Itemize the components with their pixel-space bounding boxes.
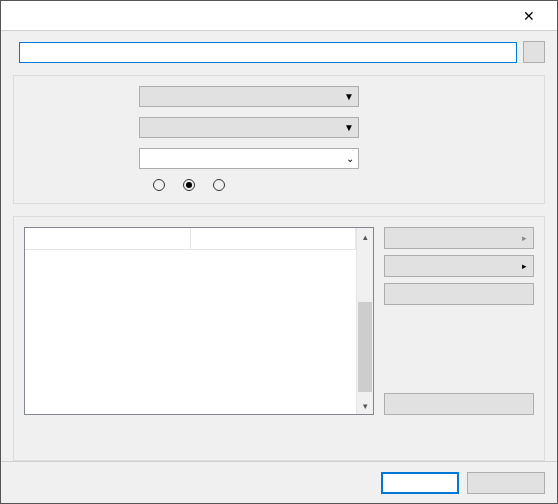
chevron-down-icon: ⌄ — [346, 153, 354, 164]
clear-all-button[interactable] — [384, 393, 534, 415]
scroll-down-icon[interactable]: ▾ — [357, 397, 373, 414]
chevron-down-icon: ▼ — [344, 91, 354, 102]
radio-range[interactable] — [213, 179, 229, 191]
add-from-field-button[interactable]: ▸ — [384, 255, 534, 277]
paste-from-clipboard-button[interactable] — [384, 283, 534, 305]
triangle-right-icon: ▸ — [522, 233, 527, 243]
ok-button[interactable] — [381, 472, 459, 494]
radio-all[interactable] — [153, 179, 169, 191]
comment-button[interactable] — [523, 41, 545, 63]
chevron-down-icon: ▼ — [344, 122, 354, 133]
col-display[interactable] — [191, 228, 357, 249]
add-from-parameter-button[interactable]: ▸ — [384, 227, 534, 249]
close-icon[interactable]: ✕ — [509, 2, 549, 30]
triangle-right-icon: ▸ — [522, 261, 527, 271]
values-table[interactable]: ▴ ▾ — [24, 227, 374, 415]
cancel-button[interactable] — [467, 472, 545, 494]
name-input[interactable] — [19, 42, 517, 63]
col-value[interactable] — [25, 228, 191, 249]
display-format-combo[interactable]: ⌄ — [139, 148, 359, 169]
scroll-up-icon[interactable]: ▴ — [357, 228, 373, 245]
datatype-combo[interactable]: ▼ — [139, 86, 359, 107]
scrollbar[interactable]: ▴ ▾ — [356, 228, 373, 414]
radio-list[interactable] — [183, 179, 199, 191]
scroll-thumb[interactable] — [358, 302, 372, 392]
current-value-combo[interactable]: ▼ — [139, 117, 359, 138]
add-row-placeholder[interactable] — [25, 410, 356, 414]
